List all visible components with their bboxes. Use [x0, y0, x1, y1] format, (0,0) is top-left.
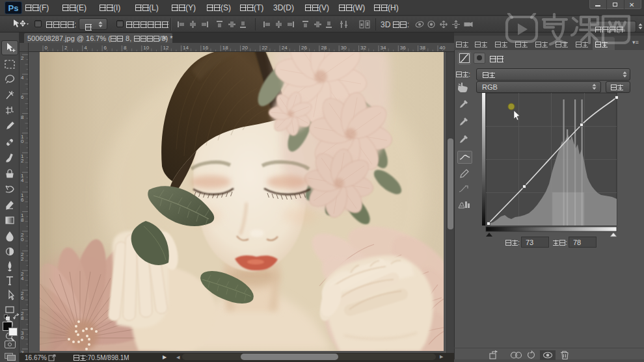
- svg-text:8: 8: [21, 315, 24, 321]
- svg-text:8: 8: [21, 114, 24, 120]
- svg-text:4: 4: [84, 45, 87, 51]
- svg-text:2: 2: [21, 256, 24, 262]
- svg-text:2: 2: [64, 45, 68, 51]
- svg-text:6: 6: [21, 94, 24, 100]
- svg-text:0: 0: [21, 237, 24, 242]
- svg-text:8: 8: [124, 45, 127, 51]
- svg-text:0: 0: [45, 45, 48, 51]
- svg-text:6: 6: [21, 197, 24, 203]
- svg-text:4: 4: [21, 177, 24, 183]
- svg-text:2: 2: [21, 55, 24, 61]
- svg-text:2: 2: [21, 158, 24, 164]
- svg-text:4: 4: [21, 75, 24, 81]
- svg-text:0: 0: [21, 138, 24, 144]
- svg-text:8: 8: [21, 217, 24, 223]
- svg-text:0: 0: [21, 335, 24, 341]
- svg-text:6: 6: [21, 295, 24, 301]
- svg-text:4: 4: [21, 276, 24, 281]
- svg-text:6: 6: [104, 45, 107, 51]
